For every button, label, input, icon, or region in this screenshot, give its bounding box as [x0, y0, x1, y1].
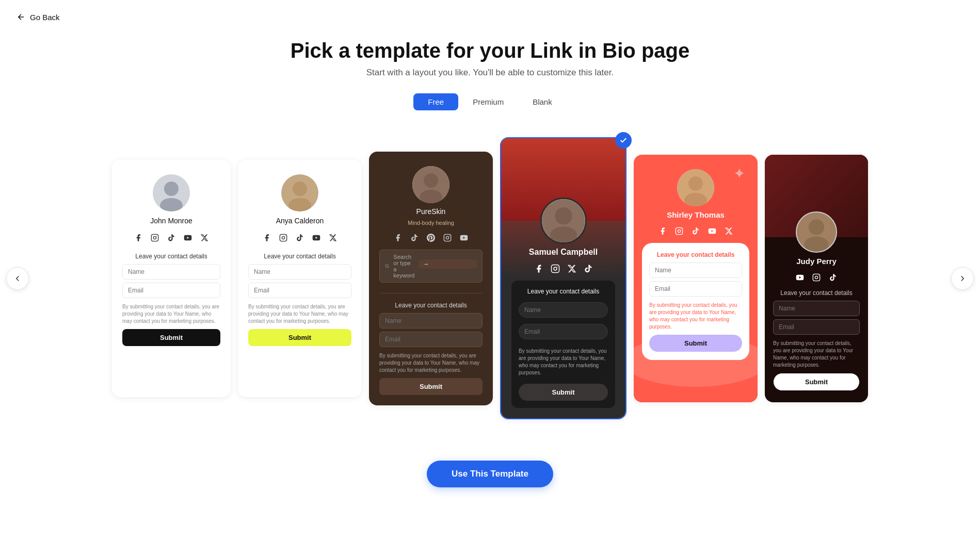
john-email-input[interactable] — [122, 283, 220, 298]
samuel-submit-btn[interactable]: Submit — [519, 384, 608, 401]
judy-email-input[interactable] — [773, 319, 860, 335]
svg-point-35 — [815, 276, 817, 278]
svg-point-7 — [293, 182, 307, 196]
judy-contact-area: Leave your contact details By submitting… — [773, 289, 860, 391]
pureskin-social-icons — [392, 232, 470, 243]
search-placeholder: Search or type a keyword — [393, 254, 414, 278]
svg-point-36 — [818, 275, 818, 275]
avatar-anya — [281, 174, 318, 211]
judy-name: Judy Perry — [796, 257, 837, 266]
samuel-contact-label: Leave your contact details — [519, 288, 608, 295]
anya-submit-btn[interactable]: Submit — [248, 329, 351, 346]
svg-point-33 — [804, 236, 829, 252]
pureskin-submit-btn[interactable]: Submit — [379, 378, 483, 395]
templates-row: John Monroe — [0, 127, 980, 450]
template-card-anya-calderon[interactable]: Anya Calderon — [238, 160, 362, 397]
facebook-icon-ps — [392, 232, 404, 243]
tiktok-icon-st — [690, 225, 701, 237]
samuel-disclaimer: By submitting your contact details, you … — [519, 348, 608, 376]
tiktok-icon-jp — [827, 272, 839, 283]
svg-point-26 — [688, 176, 703, 191]
svg-point-10 — [282, 236, 284, 239]
john-contact-label: Leave your contact details — [122, 253, 220, 260]
svg-rect-9 — [280, 234, 286, 241]
pureskin-search-bar[interactable]: Search or type a keyword → — [379, 250, 483, 283]
instagram-icon-anya — [278, 232, 289, 243]
youtube-icon-anya — [311, 232, 322, 243]
instagram-icon-st — [673, 225, 685, 237]
john-name: John Monroe — [150, 217, 192, 225]
judy-name-input[interactable] — [773, 301, 860, 316]
anya-name: Anya Calderon — [276, 217, 324, 225]
cta-section: Use This Template — [0, 450, 980, 508]
john-submit-btn[interactable]: Submit — [122, 329, 220, 346]
template-card-john-monroe[interactable]: John Monroe — [112, 160, 231, 397]
tiktok-icon-anya — [294, 232, 306, 243]
tiktok-icon-ps — [409, 232, 420, 243]
pureskin-subtitle: Mind-body healing — [408, 220, 454, 226]
youtube-icon-st — [706, 225, 718, 237]
svg-rect-3 — [151, 234, 158, 241]
instagram-icon-ps — [442, 232, 453, 243]
check-badge — [615, 132, 632, 149]
x-icon-sc — [566, 263, 577, 274]
tiktok-icon — [166, 232, 177, 243]
judy-contact-label: Leave your contact details — [773, 289, 860, 297]
template-card-judy-perry[interactable]: Judy Perry Leave your contact details — [765, 155, 868, 402]
page-title: Pick a template for your Link in Bio pag… — [0, 39, 980, 62]
shirley-email-input[interactable] — [649, 281, 742, 297]
tabs-container: Free Premium Blank — [0, 93, 980, 110]
use-template-button[interactable]: Use This Template — [427, 461, 553, 487]
samuel-name-input[interactable] — [519, 302, 608, 318]
john-social-icons — [133, 232, 210, 243]
shirley-disclaimer: By submitting your contact details, you … — [649, 302, 742, 331]
john-disclaimer: By submitting your contact details, you … — [122, 303, 220, 325]
instagram-icon-jp — [811, 272, 822, 283]
instagram-icon-sc — [550, 263, 561, 274]
shirley-name: Shirley Thomas — [667, 210, 725, 219]
svg-point-23 — [554, 267, 557, 270]
svg-point-1 — [164, 182, 179, 196]
next-arrow[interactable] — [951, 267, 974, 290]
template-card-shirley-thomas[interactable]: ✦ Shirley Thomas — [634, 155, 758, 402]
anya-email-input[interactable] — [248, 283, 351, 298]
john-name-input[interactable] — [122, 264, 220, 280]
svg-point-20 — [555, 207, 572, 225]
pureskin-name-input[interactable] — [379, 313, 483, 329]
avatar-john — [153, 174, 190, 211]
svg-point-32 — [809, 219, 824, 235]
avatar-samuel — [540, 198, 587, 244]
twitter-icon — [199, 232, 210, 243]
anya-name-input[interactable] — [248, 264, 351, 280]
facebook-icon-sc — [533, 263, 544, 274]
go-back-label: Go Back — [30, 13, 60, 22]
svg-point-30 — [681, 228, 681, 229]
shirley-social-icons — [657, 225, 734, 237]
samuel-name: Samuel Campbell — [529, 248, 598, 257]
go-back-button[interactable]: Go Back — [0, 0, 76, 34]
pureskin-disclaimer: By submitting your contact details, you … — [379, 352, 483, 374]
tab-free[interactable]: Free — [413, 93, 458, 110]
x-icon-anya — [327, 232, 339, 243]
pureskin-email-input[interactable] — [379, 332, 483, 347]
svg-point-17 — [449, 235, 449, 236]
pinterest-icon-ps — [425, 232, 437, 243]
svg-point-29 — [678, 230, 680, 232]
svg-point-5 — [156, 235, 157, 236]
svg-point-13 — [424, 173, 438, 188]
shirley-name-input[interactable] — [649, 263, 742, 278]
svg-point-24 — [557, 266, 558, 267]
judy-submit-btn[interactable]: Submit — [773, 373, 860, 391]
svg-point-18 — [385, 264, 389, 267]
template-card-samuel-campbell[interactable]: Samuel Campbell — [500, 137, 626, 419]
tab-premium[interactable]: Premium — [458, 93, 518, 110]
cards-container: John Monroe — [107, 127, 873, 430]
template-card-pureskin[interactable]: PureSkin Mind-body healing — [369, 152, 493, 405]
samuel-email-input[interactable] — [519, 324, 608, 339]
facebook-icon — [133, 232, 144, 243]
tab-blank[interactable]: Blank — [518, 93, 567, 110]
search-arrow-btn[interactable]: → — [419, 259, 477, 269]
judy-social-icons — [794, 272, 839, 283]
prev-arrow[interactable] — [6, 267, 29, 290]
shirley-submit-btn[interactable]: Submit — [649, 335, 742, 352]
